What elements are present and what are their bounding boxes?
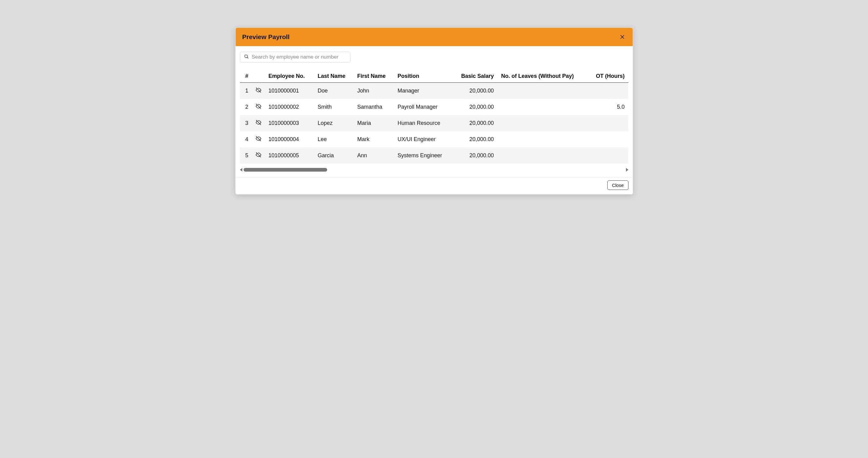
scrollbar-track[interactable] [244,168,625,172]
col-header-ot: OT (Hours) [588,70,628,83]
close-button[interactable]: Close [607,180,628,190]
close-icon[interactable] [619,33,626,40]
col-header-visibility [252,70,265,83]
col-header-first-name: First Name [354,70,394,83]
cell-last-name: Garcia [314,148,354,164]
cell-employee-no: 1010000005 [265,148,314,164]
col-header-index: # [240,70,252,83]
cell-ot [588,83,628,99]
cell-leaves [497,115,588,131]
scrollbar-thumb[interactable] [244,168,327,172]
cell-position: UX/UI Engineer [394,131,453,148]
cell-position: Systems Engineer [394,148,453,164]
cell-basic-salary: 20,000.00 [452,131,497,148]
table-row: 51010000005GarciaAnnSystems Engineer20,0… [240,148,628,164]
scroll-left-arrow-icon[interactable] [240,168,242,172]
table-row: 31010000003LopezMariaHuman Resource20,00… [240,115,628,131]
table-row: 21010000002SmithSamanthaPayroll Manager2… [240,99,628,115]
cell-leaves [497,148,588,164]
cell-index: 5 [240,148,252,164]
cell-ot: 5.0 [588,99,628,115]
col-header-employee-no: Employee No. [265,70,314,83]
cell-index: 2 [240,99,252,115]
cell-last-name: Doe [314,83,354,99]
payroll-table: # Employee No. Last Name First Name Posi… [240,70,628,164]
cell-basic-salary: 20,000.00 [452,115,497,131]
cell-position: Payroll Manager [394,99,453,115]
cell-basic-salary: 20,000.00 [452,83,497,99]
horizontal-scrollbar[interactable] [240,168,628,172]
eye-off-icon[interactable] [256,103,261,109]
cell-position: Human Resource [394,115,453,131]
col-header-basic-salary: Basic Salary [452,70,497,83]
cell-ot [588,148,628,164]
cell-index: 4 [240,131,252,148]
table-row: 11010000001DoeJohnManager20,000.00 [240,83,628,99]
col-header-leaves: No. of Leaves (Without Pay) [497,70,588,83]
cell-basic-salary: 20,000.00 [452,148,497,164]
cell-leaves [497,99,588,115]
cell-index: 3 [240,115,252,131]
search-field-wrap[interactable] [240,52,350,63]
col-header-position: Position [394,70,453,83]
cell-employee-no: 1010000002 [265,99,314,115]
modal-title: Preview Payroll [242,33,290,40]
svg-line-3 [247,57,248,58]
cell-first-name: Ann [354,148,394,164]
cell-employee-no: 1010000001 [265,83,314,99]
search-icon [244,54,249,60]
modal-footer: Close [236,177,633,194]
cell-last-name: Lopez [314,115,354,131]
cell-first-name: John [354,83,394,99]
cell-leaves [497,131,588,148]
preview-payroll-modal: Preview Payroll # [235,28,633,194]
cell-employee-no: 1010000004 [265,131,314,148]
search-input[interactable] [252,54,346,60]
cell-ot [588,115,628,131]
cell-last-name: Lee [314,131,354,148]
cell-ot [588,131,628,148]
eye-off-icon[interactable] [256,120,261,125]
cell-first-name: Samantha [354,99,394,115]
payroll-table-container: # Employee No. Last Name First Name Posi… [240,70,628,177]
scroll-right-arrow-icon[interactable] [626,168,628,172]
modal-body: # Employee No. Last Name First Name Posi… [236,46,633,177]
col-header-last-name: Last Name [314,70,354,83]
cell-leaves [497,83,588,99]
cell-position: Manager [394,83,453,99]
cell-employee-no: 1010000003 [265,115,314,131]
cell-first-name: Mark [354,131,394,148]
eye-off-icon[interactable] [256,152,261,157]
modal-header: Preview Payroll [236,28,633,46]
eye-off-icon[interactable] [256,87,261,93]
cell-index: 1 [240,83,252,99]
cell-first-name: Maria [354,115,394,131]
cell-basic-salary: 20,000.00 [452,99,497,115]
table-row: 41010000004LeeMarkUX/UI Engineer20,000.0… [240,131,628,148]
cell-last-name: Smith [314,99,354,115]
eye-off-icon[interactable] [256,136,261,141]
